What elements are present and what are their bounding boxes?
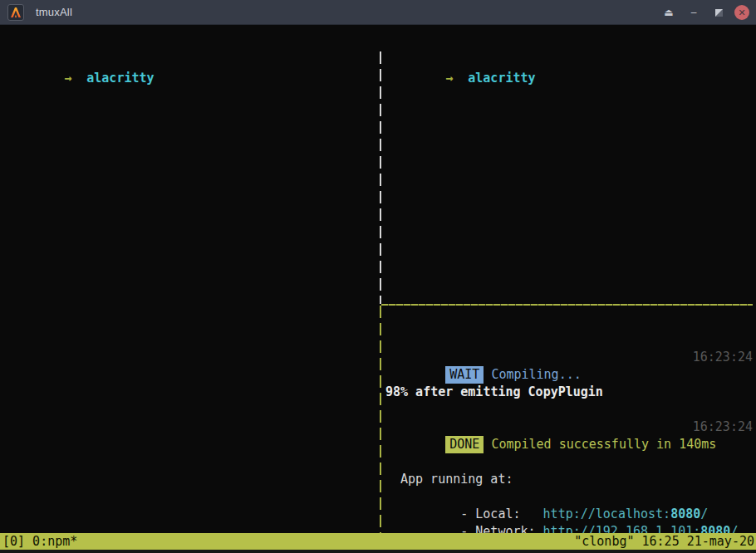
minimize-icon: – bbox=[691, 7, 697, 18]
progress-line: 98% after emitting CopyPlugin bbox=[385, 384, 753, 401]
tmux-status-bar: [0] 0:npm* "clonbg" 16:25 21-may-20 bbox=[0, 533, 756, 550]
prompt-directory: alacritty bbox=[468, 71, 535, 86]
title-bar: tmuxAll ⏏ – ✕ bbox=[0, 0, 756, 25]
window-title: tmuxAll bbox=[36, 6, 72, 18]
alacritty-window: tmuxAll ⏏ – ✕ →alacritty bbox=[0, 0, 756, 553]
pane-border-vertical-inactive[interactable] bbox=[380, 51, 381, 304]
done-message: Compiled successfully in 140ms bbox=[491, 437, 716, 452]
window-controls: ⏏ – ✕ bbox=[656, 0, 756, 25]
prompt-directory: alacritty bbox=[86, 71, 154, 86]
maximize-button[interactable] bbox=[706, 0, 731, 25]
network-url-line: - Network: http://192.168.1.101:8080/ bbox=[400, 506, 753, 523]
prompt-arrow: → bbox=[445, 71, 453, 86]
wait-line: WAITCompiling... 16:23:24 bbox=[385, 349, 753, 366]
wait-message: Compiling... bbox=[491, 367, 581, 382]
maximize-icon bbox=[715, 9, 723, 17]
app-running-line: App running at: bbox=[400, 471, 753, 488]
close-button[interactable]: ✕ bbox=[734, 5, 749, 20]
alacritty-logo-icon bbox=[7, 4, 24, 21]
rollup-icon: ⏏ bbox=[664, 7, 673, 18]
minimize-button[interactable]: – bbox=[681, 0, 706, 25]
prompt-arrow: → bbox=[64, 71, 71, 86]
pane-border-horizontal-active[interactable] bbox=[381, 304, 753, 306]
done-timestamp: 16:23:24 bbox=[693, 418, 753, 436]
tmux-terminal[interactable]: →alacritty →alacritty WAITCompiling... 1… bbox=[0, 25, 756, 533]
wait-badge: WAIT bbox=[445, 366, 484, 384]
rollup-button[interactable]: ⏏ bbox=[656, 0, 681, 25]
status-host-clock: "clonbg" 16:25 21-may-20 bbox=[574, 533, 754, 550]
pane-border-vertical-active[interactable] bbox=[380, 306, 381, 553]
local-url-line: - Local: http://localhost:8080/ bbox=[400, 488, 753, 506]
status-session-window[interactable]: [0] 0:npm* bbox=[2, 533, 77, 550]
close-icon: ✕ bbox=[738, 8, 745, 17]
done-badge: DONE bbox=[445, 436, 484, 453]
wait-timestamp: 16:23:24 bbox=[693, 349, 753, 366]
done-line: DONECompiled successfully in 140ms 16:23… bbox=[385, 418, 753, 436]
window-bottom-edge bbox=[0, 550, 756, 553]
